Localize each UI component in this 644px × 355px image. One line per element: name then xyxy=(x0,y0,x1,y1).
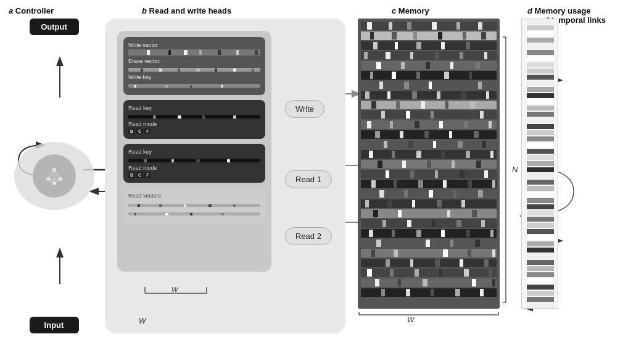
svg-rect-261 xyxy=(527,19,554,24)
svg-rect-90 xyxy=(413,32,417,40)
svg-rect-96 xyxy=(395,42,398,49)
panel-c-memory xyxy=(358,19,500,309)
svg-rect-106 xyxy=(484,52,487,59)
read1-key-bar xyxy=(128,112,260,119)
svg-rect-243 xyxy=(415,269,419,277)
svg-rect-220 xyxy=(490,230,493,237)
read2-mode-label: Read mode xyxy=(128,165,260,171)
read2-key-bar xyxy=(128,156,260,162)
svg-rect-113 xyxy=(361,71,497,80)
svg-rect-126 xyxy=(365,91,369,99)
svg-rect-160 xyxy=(433,141,436,148)
panel-d-memory-usage xyxy=(521,19,558,309)
svg-rect-166 xyxy=(416,151,421,158)
svg-rect-103 xyxy=(410,52,413,59)
svg-rect-230 xyxy=(418,249,421,257)
svg-rect-105 xyxy=(460,52,463,59)
bcf-b1: B xyxy=(128,128,135,134)
svg-rect-55 xyxy=(153,115,156,119)
svg-rect-104 xyxy=(435,52,439,59)
panel-b: Write vector xyxy=(105,19,345,333)
svg-rect-44 xyxy=(178,69,180,72)
read1-key-label: Read key xyxy=(128,105,260,111)
read1-button[interactable]: Read 1 xyxy=(285,170,332,188)
svg-rect-185 xyxy=(418,180,423,188)
svg-rect-237 xyxy=(435,259,440,267)
svg-rect-292 xyxy=(527,211,554,215)
svg-rect-97 xyxy=(416,42,421,49)
svg-rect-226 xyxy=(475,240,480,247)
svg-rect-156 xyxy=(474,131,479,138)
svg-rect-150 xyxy=(489,121,492,128)
svg-rect-223 xyxy=(401,240,405,247)
svg-rect-122 xyxy=(429,81,432,89)
svg-rect-213 xyxy=(481,220,485,227)
svg-rect-191 xyxy=(404,190,408,198)
svg-rect-111 xyxy=(450,62,453,69)
svg-rect-257 xyxy=(431,289,434,296)
svg-rect-129 xyxy=(437,91,440,99)
svg-rect-157 xyxy=(361,140,497,149)
read-vector2-pixels xyxy=(128,212,260,215)
svg-rect-177 xyxy=(386,170,389,178)
svg-rect-36 xyxy=(184,50,188,55)
main-container: a Controller b Read and write heads c Me… xyxy=(0,0,644,355)
svg-rect-120 xyxy=(379,81,383,89)
svg-rect-212 xyxy=(456,220,461,227)
svg-rect-101 xyxy=(364,52,368,59)
svg-rect-61 xyxy=(171,159,174,162)
svg-rect-81 xyxy=(367,22,372,30)
svg-rect-271 xyxy=(527,81,554,86)
read-vector-bar2 xyxy=(128,209,260,215)
svg-rect-34 xyxy=(147,50,150,55)
svg-rect-144 xyxy=(361,120,497,129)
svg-rect-263 xyxy=(527,31,554,36)
svg-rect-164 xyxy=(369,151,373,158)
svg-rect-63 xyxy=(227,159,230,162)
svg-rect-266 xyxy=(527,50,554,55)
svg-rect-37 xyxy=(199,50,202,55)
svg-rect-278 xyxy=(527,124,554,129)
svg-rect-94 xyxy=(361,41,497,50)
svg-rect-246 xyxy=(489,269,492,277)
svg-rect-274 xyxy=(527,99,554,104)
read2-key-label: Read key xyxy=(128,149,260,155)
svg-rect-203 xyxy=(373,210,378,217)
svg-rect-41 xyxy=(128,68,260,72)
svg-rect-109 xyxy=(401,62,405,69)
svg-rect-80 xyxy=(361,22,497,30)
svg-rect-148 xyxy=(439,121,443,128)
svg-rect-291 xyxy=(527,204,554,209)
write-head-section: Write vector xyxy=(123,37,265,95)
svg-rect-182 xyxy=(361,180,497,188)
svg-rect-171 xyxy=(378,161,382,168)
svg-rect-145 xyxy=(367,121,371,128)
svg-rect-71 xyxy=(134,213,136,215)
svg-rect-118 xyxy=(469,72,472,79)
w-label-rv: W xyxy=(139,315,146,326)
svg-rect-163 xyxy=(361,150,497,159)
svg-rect-66 xyxy=(159,204,162,207)
svg-rect-121 xyxy=(404,81,409,89)
svg-rect-128 xyxy=(412,91,417,99)
write-button[interactable]: Write xyxy=(285,100,324,118)
w-label-b: W xyxy=(142,284,210,299)
svg-rect-264 xyxy=(527,38,554,43)
svg-rect-218 xyxy=(441,230,445,237)
erase-vector-bar xyxy=(128,65,260,72)
svg-rect-53 xyxy=(221,85,223,88)
svg-rect-305 xyxy=(527,291,554,296)
svg-rect-117 xyxy=(444,72,449,79)
write-vector-label: Write vector xyxy=(128,42,260,48)
read2-button[interactable]: Read 2 xyxy=(285,227,332,245)
svg-rect-162 xyxy=(482,141,486,148)
svg-rect-149 xyxy=(464,121,468,128)
svg-rect-123 xyxy=(453,81,458,89)
svg-rect-304 xyxy=(527,285,554,290)
svg-rect-115 xyxy=(392,72,396,79)
svg-rect-91 xyxy=(438,32,442,40)
svg-rect-200 xyxy=(461,200,465,207)
svg-rect-195 xyxy=(361,199,497,208)
read1-bcf: B C F xyxy=(128,128,260,134)
svg-rect-60 xyxy=(144,159,147,162)
